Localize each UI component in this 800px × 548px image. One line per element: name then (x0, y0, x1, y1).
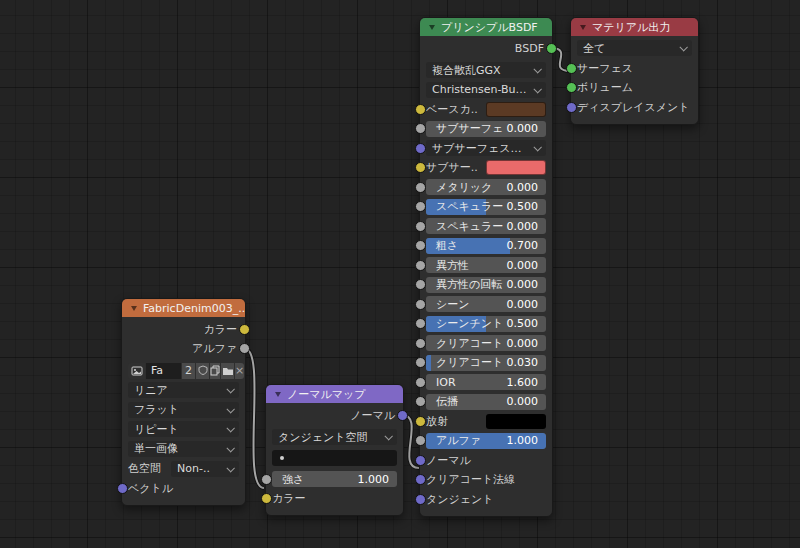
socket-anisotropic-rotation-slider[interactable] (415, 279, 426, 290)
socket-roughness-slider[interactable] (415, 240, 426, 251)
row-image-id-row: Fa2× (128, 363, 239, 379)
node-header-material-output[interactable]: マテリアル出力 (571, 18, 698, 36)
collapse-icon[interactable] (580, 25, 586, 30)
strength-slider-label: 強さ (282, 472, 304, 487)
link-alpha-strength[interactable] (244, 348, 264, 488)
socket-ior-field[interactable] (415, 377, 426, 388)
socket-base-color[interactable] (415, 104, 426, 115)
subsurface-method-dropdown[interactable]: Christensen-Burley (426, 82, 546, 98)
socket-strength-slider[interactable] (261, 474, 272, 485)
subsurface-slider[interactable]: サブサーフェ0.000 (426, 121, 546, 137)
socket-normal-input[interactable] (415, 455, 426, 466)
roughness-slider[interactable]: 粗さ0.700 (426, 238, 546, 254)
socket-color-output[interactable] (239, 324, 250, 335)
node-header-normal-map[interactable]: ノーマルマップ (266, 385, 403, 403)
row-sheen-tint-slider: シーンチント0.500 (426, 316, 546, 332)
socket-color-input[interactable] (261, 493, 272, 504)
color-space-dropdown[interactable]: Non-.. (171, 461, 239, 477)
subsurface-color-swatch[interactable] (486, 160, 546, 175)
ior-field[interactable]: IOR1.600 (426, 374, 546, 390)
image-id-row: Fa2× (128, 363, 244, 379)
strength-slider-value: 1.000 (358, 473, 390, 486)
socket-metallic-slider[interactable] (415, 182, 426, 193)
uvmap-field[interactable] (272, 450, 397, 466)
node-principled-bsdf[interactable]: プリンシプルBSDFBSDF複合散乱GGXChristensen-Burleyベ… (419, 17, 553, 517)
clearcoat-roughness-slider[interactable]: クリアコート0.030 (426, 355, 546, 371)
metallic-slider[interactable]: メタリック0.000 (426, 179, 546, 195)
specular-tint-slider[interactable]: スペキュラー0.000 (426, 218, 546, 234)
anisotropic-slider[interactable]: 異方性0.000 (426, 257, 546, 273)
sheen-tint-slider[interactable]: シーンチント0.500 (426, 316, 546, 332)
socket-displacement-input[interactable] (566, 102, 577, 113)
socket-bsdf-output[interactable] (546, 43, 557, 54)
extension-dropdown[interactable]: リピート (128, 421, 239, 437)
chevron-down-icon (226, 385, 234, 393)
socket-specular-tint-slider[interactable] (415, 221, 426, 232)
target-dropdown[interactable]: 全て (577, 40, 692, 56)
image-name-field[interactable]: Fa (146, 363, 181, 379)
space-dropdown[interactable]: タンジェント空間 (272, 429, 397, 445)
collapse-icon[interactable] (131, 306, 137, 311)
socket-emission-color[interactable] (415, 416, 426, 427)
collapse-icon[interactable] (275, 392, 281, 397)
socket-subsurface-radius-dropdown[interactable] (415, 143, 426, 154)
close-icon[interactable]: × (235, 363, 244, 379)
specular-slider[interactable]: スペキュラー0.500 (426, 199, 546, 215)
anisotropic-rotation-slider-label: 異方性の回転 (436, 277, 502, 292)
new-image-button[interactable] (210, 363, 220, 379)
uvmap-dot-icon (280, 456, 284, 460)
transmission-slider[interactable]: 伝播0.000 (426, 394, 546, 410)
socket-subsurface-slider[interactable] (415, 123, 426, 134)
specular-tint-slider-label: スペキュラー (436, 219, 503, 234)
node-header-principled-bsdf[interactable]: プリンシプルBSDF (420, 18, 552, 36)
socket-transmission-slider[interactable] (415, 396, 426, 407)
distribution-dropdown[interactable]: 複合散乱GGX (426, 62, 546, 78)
node-image-texture[interactable]: FabricDenim003_..カラーアルファFa2×リニアフラットリピート単… (121, 298, 246, 506)
alpha-slider-label: アルファ (436, 433, 481, 448)
node-editor-canvas[interactable]: FabricDenim003_..カラーアルファFa2×リニアフラットリピート単… (0, 0, 800, 548)
emission-color-swatch[interactable] (486, 414, 546, 429)
subsurface-radius-dropdown[interactable]: サブサーフェス範囲 (426, 140, 546, 156)
vector-input-label: ベクトル (128, 481, 173, 496)
socket-alpha-output[interactable] (239, 343, 250, 354)
node-header-image-texture[interactable]: FabricDenim003_.. (122, 299, 245, 317)
socket-subsurface-color[interactable] (415, 162, 426, 173)
sheen-tint-slider-label: シーンチント (436, 316, 503, 331)
socket-normal-output[interactable] (397, 410, 408, 421)
clearcoat-slider[interactable]: クリアコート0.000 (426, 335, 546, 351)
socket-clearcoat-normal-input[interactable] (415, 474, 426, 485)
socket-volume-input[interactable] (566, 82, 577, 93)
anisotropic-rotation-slider[interactable]: 異方性の回転0.000 (426, 277, 546, 293)
node-title: ノーマルマップ (287, 387, 366, 402)
socket-anisotropic-slider[interactable] (415, 260, 426, 271)
interpolation-dropdown[interactable]: リニア (128, 382, 239, 398)
bsdf-output-label: BSDF (515, 42, 544, 55)
specular-slider-value: 0.500 (507, 200, 539, 213)
users-count-button[interactable]: 2 (182, 363, 195, 379)
alpha-slider[interactable]: アルファ1.000 (426, 433, 546, 449)
collapse-icon[interactable] (429, 25, 435, 30)
open-folder-button[interactable] (221, 363, 234, 379)
socket-clearcoat-roughness-slider[interactable] (415, 357, 426, 368)
projection-dropdown[interactable]: フラット (128, 402, 239, 418)
strength-slider[interactable]: 強さ1.000 (272, 471, 397, 487)
row-displacement-input: ディスプレイスメント (577, 99, 692, 115)
socket-alpha-slider[interactable] (415, 435, 426, 446)
source-dropdown[interactable]: 単一画像 (128, 441, 239, 457)
node-normal-map[interactable]: ノーマルマップノーマルタンジェント空間強さ1.000カラー (265, 384, 404, 516)
sheen-slider[interactable]: シーン0.000 (426, 296, 546, 312)
image-browse-button[interactable] (128, 363, 145, 379)
socket-sheen-slider[interactable] (415, 299, 426, 310)
socket-tangent-input[interactable] (415, 494, 426, 505)
base-color-swatch[interactable] (486, 102, 546, 117)
fake-user-shield-button[interactable] (196, 363, 209, 379)
socket-clearcoat-slider[interactable] (415, 338, 426, 349)
socket-specular-slider[interactable] (415, 201, 426, 212)
color-space-dropdown-value: Non-.. (177, 462, 210, 475)
socket-surface-input[interactable] (566, 63, 577, 74)
socket-sheen-tint-slider[interactable] (415, 318, 426, 329)
emission-color-label: 放射 (426, 414, 448, 429)
socket-vector-input[interactable] (117, 483, 128, 494)
node-material-output[interactable]: マテリアル出力全てサーフェスボリュームディスプレイスメント (570, 17, 699, 125)
chevron-down-icon (226, 424, 234, 432)
